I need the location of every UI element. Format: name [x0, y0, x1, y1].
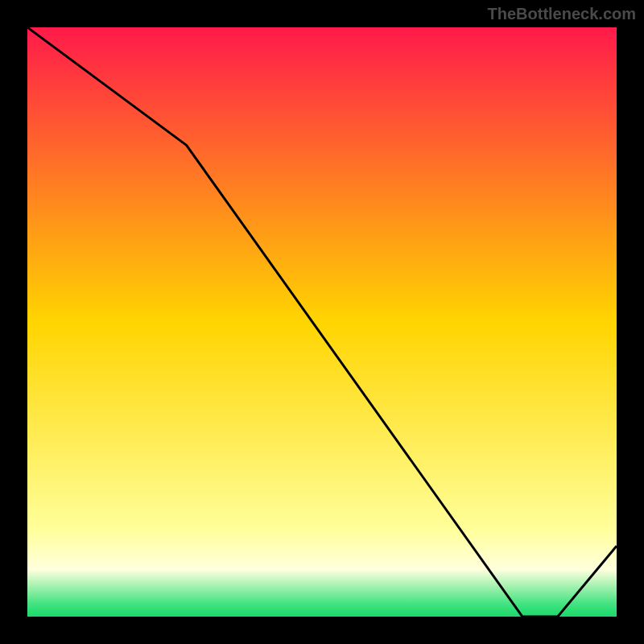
plot-area — [27, 27, 617, 617]
chart-svg — [27, 27, 617, 617]
gradient-background — [27, 27, 617, 617]
chart-container: TheBottleneck.com — [0, 0, 644, 644]
watermark-text: TheBottleneck.com — [488, 5, 636, 23]
